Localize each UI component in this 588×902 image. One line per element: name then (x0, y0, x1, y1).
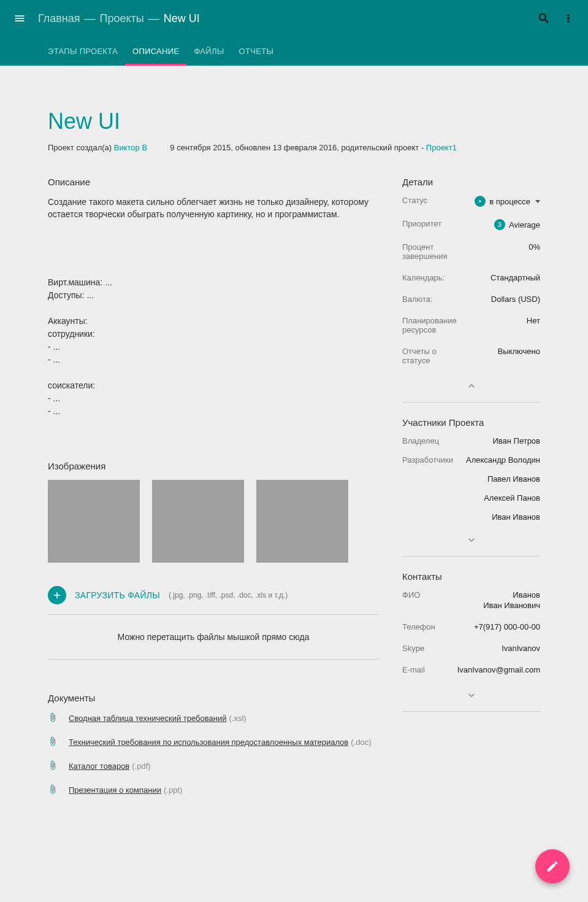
skype-value: IvanIvanov (424, 644, 540, 653)
tabs: ЭТАПЫ ПРОЕКТА ОПИСАНИЕ ФАЙЛЫ ОТЧЕТЫ (7, 37, 581, 66)
edit-fab[interactable] (535, 849, 570, 881)
expand-members-button[interactable] (402, 531, 540, 553)
document-ext: (.pdf) (132, 761, 150, 771)
collapse-details-button[interactable] (402, 377, 540, 399)
more-icon[interactable] (556, 6, 581, 31)
priority-value: Avierage (509, 220, 540, 229)
dropzone[interactable]: Можно перетащить файлы мышкой прямо сюда (48, 615, 379, 660)
expand-contacts-button[interactable] (402, 687, 540, 709)
dev-name: Иван Иванов (402, 512, 540, 522)
breadcrumb-projects[interactable]: Проекты (100, 12, 144, 25)
upload-label: ЗАГРУЗИТЬ ФАЙЛЫ (75, 590, 160, 600)
play-icon (475, 196, 486, 207)
creator-link[interactable]: Виктор В (114, 143, 147, 152)
planning-value: Нет (464, 316, 540, 325)
tab-stages[interactable]: ЭТАПЫ ПРОЕКТА (40, 37, 125, 66)
currency-label: Валюта: (402, 295, 433, 304)
app-bar: Главная — Проекты — New UI ЭТАПЫ ПРОЕКТА… (0, 0, 588, 66)
fio-value: Иванов (513, 590, 540, 599)
attachment-icon (48, 760, 58, 773)
document-ext: (.ppt) (164, 785, 182, 795)
status-label: Статус (402, 196, 427, 205)
attachment-icon (48, 784, 58, 796)
tab-files[interactable]: ФАЙЛЫ (186, 37, 231, 66)
phone-label: Телефон (402, 622, 435, 631)
image-thumbnail[interactable] (48, 480, 140, 563)
document-item[interactable]: Сводная таблица технический требований(.… (48, 712, 379, 725)
menu-icon[interactable] (7, 6, 32, 31)
calendar-value: Стандартный (445, 273, 540, 282)
statusreports-value: Выключено (464, 347, 540, 356)
priority-badge: 3 (494, 219, 505, 230)
parent-project-link[interactable]: Проект1 (426, 143, 457, 152)
dev-name: Алексей Панов (402, 493, 540, 503)
image-thumbnail[interactable] (152, 480, 244, 563)
document-item[interactable]: Технический требования по использования … (48, 736, 379, 749)
upload-hint: (.jpg, .png, .tiff, .psd, .doc, .xls и т… (169, 591, 288, 599)
breadcrumb-home[interactable]: Главная (38, 12, 80, 25)
images-heading: Изображения (48, 461, 379, 471)
percent-value: 0% (464, 242, 540, 252)
description-block: Вирт.машина: ... Доступы: ... Аккаунты: … (48, 276, 379, 418)
page-title: New UI (48, 109, 540, 134)
document-item[interactable]: Каталог товаров(.pdf) (48, 760, 379, 773)
breadcrumb: Главная — Проекты — New UI (38, 12, 200, 25)
devs-label: Разработчики (402, 455, 453, 464)
fio-label: ФИО (402, 590, 420, 599)
status-value[interactable]: в процессе (427, 196, 540, 207)
description-heading: Описание (48, 177, 379, 187)
planning-label: Планирование ресурсов (402, 316, 464, 334)
document-item[interactable]: Презентация о компании(.ppt) (48, 784, 379, 796)
document-name: Презентация о компании (69, 785, 161, 795)
owner-value: Иван Петров (492, 436, 540, 445)
tab-reports[interactable]: ОТЧЕТЫ (232, 37, 281, 66)
documents-heading: Документы (48, 693, 379, 703)
tab-description[interactable]: ОПИСАНИЕ (125, 37, 186, 66)
percent-label: Процент завершения (402, 242, 464, 261)
members-heading: Участники Проекта (402, 417, 540, 428)
document-name: Каталог товаров (69, 761, 129, 771)
email-value: IvanIvanov@gmail.com (425, 665, 540, 674)
owner-label: Владелец (402, 436, 439, 445)
project-dates: 9 сентября 2015, обновлен 13 февраля 201… (170, 143, 426, 152)
fio-value-2: Иван Иванович (483, 601, 540, 610)
skype-label: Skype (402, 644, 424, 653)
search-icon[interactable] (532, 6, 556, 31)
phone-value: +7(917) 000-00-00 (435, 622, 540, 631)
document-ext: (.doc) (351, 738, 371, 747)
email-label: E-mail (402, 665, 425, 674)
dev-name: Александр Володин (466, 455, 540, 464)
images-row (48, 480, 379, 563)
document-name: Технический требования по использования … (69, 738, 348, 747)
statusreports-label: Отчеты о статусе (402, 347, 464, 365)
plus-icon (48, 586, 66, 604)
document-ext: (.xsl) (229, 714, 246, 723)
breadcrumb-current: New UI (164, 12, 200, 25)
contacts-heading: Контакты (402, 571, 540, 582)
currency-value: Dollars (USD) (433, 295, 540, 304)
upload-files-row[interactable]: ЗАГРУЗИТЬ ФАЙЛЫ (.jpg, .png, .tiff, .psd… (48, 582, 379, 615)
details-heading: Детали (402, 177, 540, 187)
document-name: Сводная таблица технический требований (69, 714, 226, 723)
chevron-down-icon (535, 200, 540, 203)
calendar-label: Календарь: (402, 273, 445, 282)
description-text: Создание такого макета сильно облегчает … (48, 196, 379, 221)
attachment-icon (48, 736, 58, 749)
project-meta: Проект создал(а) Виктор В 9 сентября 201… (48, 143, 540, 152)
dev-name: Павел Иванов (402, 474, 540, 484)
image-thumbnail[interactable] (256, 480, 348, 563)
attachment-icon (48, 712, 58, 725)
created-by-label: Проект создал(а) (48, 143, 114, 152)
priority-label: Приоритет (402, 219, 441, 228)
